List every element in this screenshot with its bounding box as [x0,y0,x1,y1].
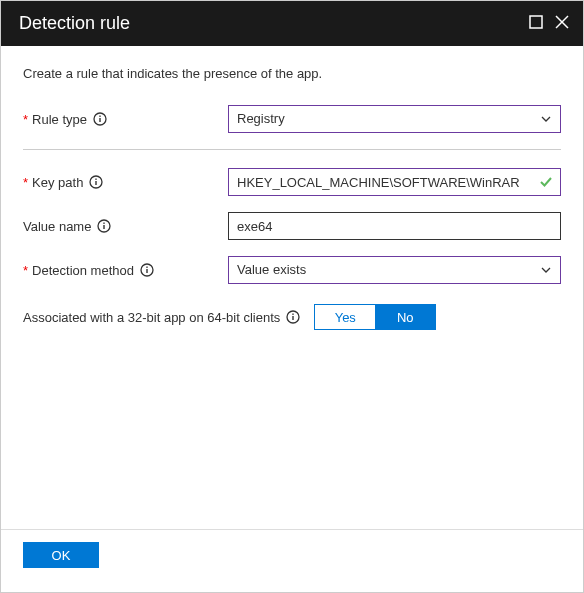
key-path-row: * Key path [23,168,561,196]
associated-32bit-row: Associated with a 32-bit app on 64-bit c… [23,304,561,330]
svg-rect-13 [146,269,147,273]
info-icon[interactable] [140,263,154,277]
key-path-input[interactable] [228,168,561,196]
dialog-header: Detection rule [1,1,583,46]
chevron-down-icon [540,113,552,125]
detection-method-select[interactable]: Value exists [228,256,561,284]
dialog-footer: OK [1,529,583,592]
chevron-down-icon [540,264,552,276]
svg-rect-17 [293,314,294,315]
svg-rect-7 [96,181,97,185]
svg-rect-0 [530,16,542,28]
detection-method-row: * Detection method Value exists [23,256,561,284]
dialog-content: Create a rule that indicates the presenc… [1,46,583,529]
info-icon[interactable] [93,112,107,126]
maximize-icon[interactable] [529,13,543,34]
info-icon[interactable] [89,175,103,189]
description-text: Create a rule that indicates the presenc… [23,66,561,81]
detection-method-label: * Detection method [23,263,228,278]
rule-type-row: * Rule type Registry [23,105,561,133]
value-name-input[interactable] [228,212,561,240]
key-path-label: * Key path [23,175,228,190]
associated-32bit-label: Associated with a 32-bit app on 64-bit c… [23,310,300,325]
no-button[interactable]: No [375,305,435,329]
info-icon[interactable] [286,310,300,324]
close-icon[interactable] [555,13,569,34]
divider [23,149,561,150]
svg-rect-10 [104,225,105,229]
rule-type-select[interactable]: Registry [228,105,561,133]
svg-rect-4 [99,118,100,122]
svg-rect-8 [96,179,97,180]
yes-no-toggle: Yes No [314,304,436,330]
svg-rect-16 [293,316,294,320]
value-name-label: Value name [23,219,228,234]
svg-rect-5 [99,116,100,117]
svg-rect-14 [146,267,147,268]
info-icon[interactable] [97,219,111,233]
yes-button[interactable]: Yes [315,305,375,329]
dialog-title: Detection rule [19,13,130,34]
checkmark-icon [539,175,553,189]
ok-button[interactable]: OK [23,542,99,568]
value-name-row: Value name [23,212,561,240]
rule-type-label: * Rule type [23,112,228,127]
svg-rect-11 [104,223,105,224]
window-controls [529,13,569,34]
